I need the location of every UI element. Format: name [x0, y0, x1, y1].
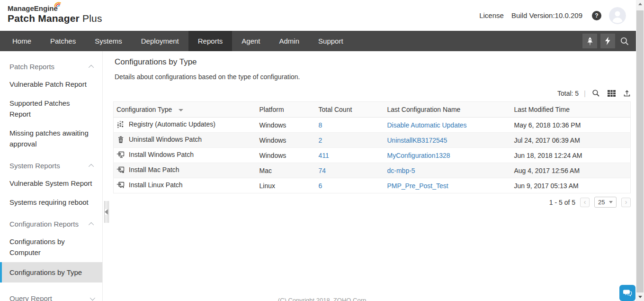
registry-icon	[116, 121, 125, 129]
chevron-down-icon	[609, 201, 613, 203]
table-row: Registry (Automatic Updates) Windows 8 D…	[114, 118, 631, 133]
configuration-type: Install Linux Patch	[129, 181, 183, 189]
sidebar-item-vulnerable-patch-report[interactable]: Vulnerable Patch Report	[9, 79, 93, 90]
scroll-down-arrow-icon[interactable]	[636, 293, 644, 301]
table-header-row: Configuration Type Platform Total Count …	[114, 102, 631, 118]
global-search-icon[interactable]	[620, 36, 629, 46]
next-page-button[interactable]: ›	[621, 198, 631, 207]
configuration-type: Registry (Automatic Updates)	[129, 120, 215, 128]
total-count-link[interactable]: 2	[319, 137, 322, 144]
report-content: Configurations by Type Details about con…	[103, 51, 644, 301]
whats-new-rocket-icon[interactable]	[582, 34, 597, 48]
configuration-type: Uninstall Windows Patch	[129, 136, 202, 143]
scroll-up-arrow-icon[interactable]	[636, 0, 644, 8]
install-linux-icon	[116, 182, 125, 190]
app-logo: ManageEngine Patch Manager Plus	[8, 4, 102, 25]
last-configuration-link[interactable]: UninstallKB3172545	[387, 137, 447, 144]
last-configuration-link[interactable]: PMP_Pre_Post_Test	[387, 182, 448, 190]
chevron-up-icon	[89, 164, 94, 169]
nav-item-admin[interactable]: Admin	[270, 31, 309, 51]
user-avatar[interactable]	[609, 7, 626, 24]
help-icon[interactable]: ?	[592, 11, 601, 20]
chevron-up-icon	[89, 64, 94, 70]
total-count-link[interactable]: 8	[319, 121, 322, 129]
platform: Windows	[259, 133, 319, 148]
page-description: Details about configurations based on th…	[115, 73, 631, 81]
table-row: Install Windows Patch Windows 411 MyConf…	[114, 148, 631, 163]
table-toolbar: Total: 5 |	[113, 89, 631, 97]
nav-item-patches[interactable]: Patches	[41, 31, 85, 51]
last-configuration-link[interactable]: MyConfiguration1328	[387, 152, 450, 159]
sidebar-item-supported-patches-report[interactable]: Supported Patches Report	[9, 98, 93, 119]
product-name: Patch Manager Plus	[8, 13, 102, 24]
brand-name: ManageEngine	[8, 4, 58, 12]
main-navigation: Home Patches Systems Deployment Reports …	[0, 31, 636, 51]
previous-page-button[interactable]: ‹	[580, 198, 590, 207]
scrollbar-thumb[interactable]	[636, 10, 644, 292]
total-count-link[interactable]: 6	[319, 182, 322, 190]
total-count-link[interactable]: 411	[319, 152, 329, 159]
nav-item-home[interactable]: Home	[3, 31, 41, 51]
live-chat-button[interactable]	[619, 285, 635, 301]
page-size-dropdown[interactable]: 25	[594, 197, 617, 208]
toolbar-divider: |	[584, 89, 586, 97]
sidebar-item-configurations-by-type[interactable]: Configurations by Type	[0, 262, 102, 283]
sidebar-item-systems-requiring-reboot[interactable]: Systems requiring reboot	[9, 197, 93, 208]
total-count-label: Total: 5	[557, 90, 579, 97]
install-mac-icon	[116, 166, 125, 175]
vertical-scrollbar[interactable]	[636, 0, 644, 301]
last-modified-time: Jul 24, 2017 06:39 AM	[514, 133, 631, 148]
top-header: ManageEngine Patch Manager Plus License …	[0, 0, 644, 31]
install-windows-icon	[116, 151, 125, 160]
sidebar-section-system-reports[interactable]: System Reports	[9, 162, 94, 170]
sidebar-section-patch-reports[interactable]: Patch Reports	[9, 63, 94, 71]
sidebar-item-configurations-by-computer[interactable]: Configurations by Computer	[9, 236, 93, 258]
pagination-range-label: 1 - 5 of 5	[549, 199, 575, 206]
copyright-notice: (C) Copyright 2018, ZOHO Corp	[0, 297, 644, 301]
configurations-table: Configuration Type Platform Total Count …	[113, 101, 631, 193]
license-link[interactable]: License	[479, 11, 504, 19]
last-configuration-link[interactable]: Disable Automatic Updates	[387, 121, 467, 129]
platform: Windows	[259, 118, 319, 133]
pagination-bar: 1 - 5 of 5 ‹ 25 ›	[113, 197, 631, 208]
sidebar-collapse-handle[interactable]	[104, 201, 109, 223]
export-icon[interactable]	[623, 90, 631, 97]
column-header-last-configuration-name: Last Configuration Name	[387, 102, 514, 118]
last-configuration-link[interactable]: dc-mbp-5	[387, 167, 415, 174]
sidebar-item-missing-patches-awaiting-approval[interactable]: Missing patches awaiting approval	[9, 128, 93, 149]
table-row: Install Mac Patch Mac 74 dc-mbp-5 Aug 4,…	[114, 163, 631, 178]
column-header-configuration-type[interactable]: Configuration Type	[114, 102, 259, 118]
nav-item-support[interactable]: Support	[309, 31, 353, 51]
table-row: Install Linux Patch Linux 6 PMP_Pre_Post…	[114, 178, 631, 193]
nav-item-agent[interactable]: Agent	[232, 31, 269, 51]
last-modified-time: May 6, 2018 10:36 PM	[514, 118, 631, 133]
brand-text: ManageEngine	[8, 4, 58, 12]
build-version-label: Build Version:10.0.209	[511, 11, 582, 19]
table-view-icon[interactable]	[608, 90, 616, 97]
nav-item-systems[interactable]: Systems	[85, 31, 132, 51]
trash-icon	[116, 136, 125, 145]
platform: Windows	[259, 148, 319, 163]
sort-caret-icon	[179, 109, 183, 111]
sidebar-item-vulnerable-system-report[interactable]: Vulnerable System Report	[9, 178, 93, 189]
last-modified-time: Aug 4, 2017 12:56 AM	[514, 163, 631, 178]
last-modified-time: Jun 9, 2017 05:13 AM	[514, 178, 631, 193]
table-row: Uninstall Windows Patch Windows 2 Uninst…	[114, 133, 631, 148]
total-count-link[interactable]: 74	[319, 167, 326, 174]
chevron-up-icon	[89, 222, 94, 227]
reports-sidebar: Patch Reports Vulnerable Patch Report Su…	[0, 51, 103, 301]
page-title: Configurations by Type	[115, 57, 631, 67]
configuration-type: Install Windows Patch	[129, 151, 194, 158]
search-icon[interactable]	[592, 89, 600, 97]
last-modified-time: Jun 18, 2018 12:24 AM	[514, 148, 631, 163]
nav-item-reports[interactable]: Reports	[188, 31, 233, 51]
column-header-total-count: Total Count	[319, 102, 387, 118]
sidebar-section-configuration-reports[interactable]: Configuration Reports	[9, 220, 94, 228]
platform: Linux	[259, 178, 319, 193]
quick-actions-lightning-icon[interactable]	[600, 34, 615, 48]
column-header-platform: Platform	[259, 102, 319, 118]
platform: Mac	[259, 163, 319, 178]
nav-item-deployment[interactable]: Deployment	[132, 31, 188, 51]
brand-swoosh-icon	[54, 1, 63, 9]
configuration-type: Install Mac Patch	[129, 166, 179, 173]
